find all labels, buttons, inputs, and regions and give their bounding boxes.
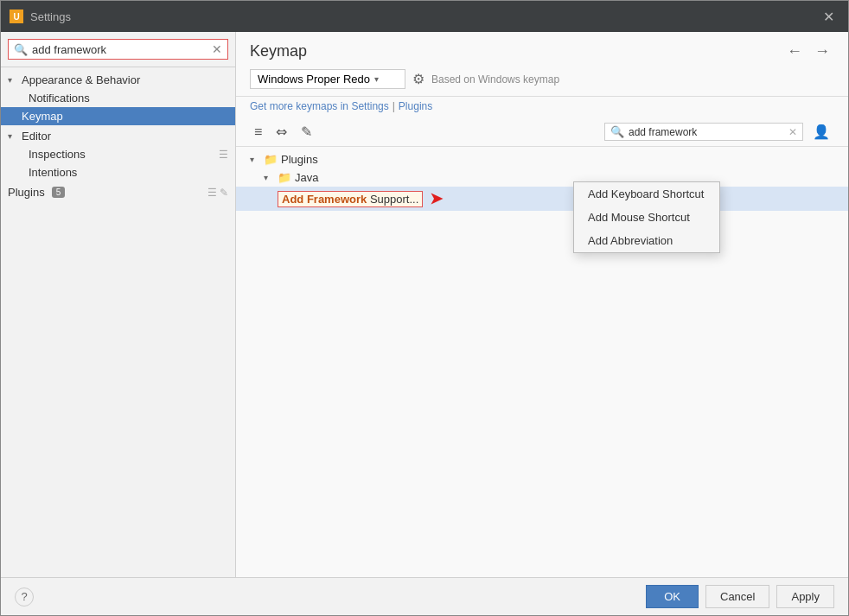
keymap-based-on-label: Based on Windows keymap (431, 73, 559, 86)
arrow-icon: ➤ (430, 189, 443, 208)
sidebar-group-editor: ▾ Editor Inspections ☰ Intentions (1, 127, 235, 181)
sidebar-group-appearance-header[interactable]: ▾ Appearance & Behavior (1, 71, 235, 89)
keymap-toolbar: ≡ ⇔ ✎ 🔍 ✕ 👤 (236, 117, 848, 147)
sidebar-item-notifications-label: Notifications (29, 92, 90, 105)
main-header: Keymap ← → (236, 32, 848, 62)
highlighted-action-item: Add Framework Support... (278, 191, 423, 207)
toolbar-filter-btn[interactable]: ⇔ (271, 121, 291, 143)
chevron-down-icon: ▾ (8, 75, 18, 85)
keymap-controls: Windows Proper Redo ▾ ⚙ Based on Windows… (236, 62, 848, 97)
plugins-link[interactable]: Plugins (399, 100, 432, 112)
sidebar-item-keymap[interactable]: Keymap (1, 107, 235, 125)
plugins-edit-icon: ✎ (220, 187, 228, 199)
sidebar-item-label: Appearance & Behavior (22, 73, 140, 86)
plugins-badge: 5 (52, 187, 66, 198)
keymap-dropdown[interactable]: Windows Proper Redo ▾ (250, 69, 405, 89)
sidebar-item-intentions-label: Intentions (29, 166, 77, 179)
tree-java-label: Java (295, 171, 318, 184)
main-panel: Keymap ← → Windows Proper Redo ▾ ⚙ Based… (236, 32, 848, 577)
bottom-bar: ? OK Cancel Apply (1, 577, 848, 615)
tree-row-plugins[interactable]: ▾ 📁 Plugins (236, 150, 848, 168)
tree-plugins-label: Plugins (281, 153, 318, 166)
folder-icon: 📁 (264, 153, 278, 166)
nav-forward-button[interactable]: → (810, 41, 834, 62)
get-more-keymaps-link[interactable]: Get more keymaps in Settings (250, 100, 389, 112)
sidebar-group-editor-label: Editor (22, 130, 51, 143)
sidebar-tree: ▾ Appearance & Behavior Notifications Ke… (1, 67, 235, 577)
toolbar-search-clear[interactable]: ✕ (788, 126, 797, 138)
folder-icon-java: 📁 (278, 171, 291, 184)
dialog-content: 🔍 ✕ ▾ Appearance & Behavior Notification… (1, 32, 848, 577)
sidebar-item-inspections[interactable]: Inspections ☰ (1, 145, 235, 163)
sidebar-search-input[interactable] (32, 43, 207, 56)
chevron-down-icon-plugins: ▾ (250, 155, 260, 164)
sidebar-search-bar: 🔍 ✕ (1, 32, 235, 67)
page-title: Keymap (250, 42, 307, 60)
sidebar: 🔍 ✕ ▾ Appearance & Behavior Notification… (1, 32, 236, 577)
item-rest-label: Support... (370, 193, 418, 206)
nav-back-button[interactable]: ← (782, 41, 807, 62)
toolbar-search-input[interactable] (629, 126, 784, 138)
keymap-dropdown-label: Windows Proper Redo (258, 73, 370, 86)
toolbar-search-icon: 🔍 (610, 125, 624, 138)
sidebar-group-editor-header[interactable]: ▾ Editor (1, 127, 235, 145)
sidebar-item-inspections-label: Inspections (29, 148, 86, 161)
sidebar-search-clear[interactable]: ✕ (212, 42, 222, 56)
keymap-tree: ▾ 📁 Plugins ▾ 📁 Java Add Framework Suppo… (236, 147, 848, 577)
chevron-down-icon-java: ▾ (264, 173, 274, 182)
links-separator: | (393, 100, 395, 112)
help-button[interactable]: ? (15, 587, 34, 606)
tree-row-add-framework[interactable]: Add Framework Support... ➤ (236, 187, 848, 211)
sidebar-search-wrap: 🔍 ✕ (8, 39, 228, 60)
tree-row-java[interactable]: ▾ 📁 Java (236, 168, 848, 187)
context-menu-item-mouse[interactable]: Add Mouse Shortcut (574, 206, 719, 229)
dialog-title: Settings (30, 10, 71, 23)
nav-arrows: ← → (782, 41, 834, 62)
chevron-down-icon: ▾ (374, 74, 379, 84)
sidebar-item-intentions[interactable]: Intentions (1, 163, 235, 181)
sidebar-item-keymap-label: Keymap (22, 110, 63, 123)
keymap-links: Get more keymaps in Settings | Plugins (236, 97, 848, 117)
toolbar-edit-btn[interactable]: ✎ (297, 121, 316, 143)
sidebar-item-notifications[interactable]: Notifications (1, 89, 235, 107)
inspections-list-icon: ☰ (219, 149, 228, 161)
plugins-list-icon: ☰ (207, 187, 217, 199)
close-button[interactable]: ✕ (818, 5, 839, 29)
plugins-icons: ☰ ✎ (207, 187, 228, 199)
cancel-button[interactable]: Cancel (705, 585, 769, 608)
apply-button[interactable]: Apply (776, 585, 834, 608)
toolbar-search-wrap: 🔍 ✕ (604, 123, 803, 141)
inspections-icons: ☰ (219, 149, 228, 161)
chevron-down-icon-editor: ▾ (8, 131, 18, 141)
toolbar-align-btn[interactable]: ≡ (250, 122, 266, 143)
settings-dialog: U Settings ✕ 🔍 ✕ ▾ Appearance & Behavior (0, 0, 849, 616)
ok-button[interactable]: OK (646, 585, 699, 608)
search-icon: 🔍 (14, 43, 28, 56)
sidebar-item-plugins[interactable]: Plugins 5 ☰ ✎ (1, 183, 235, 201)
app-icon: U (10, 10, 23, 23)
sidebar-group-appearance: ▾ Appearance & Behavior Notifications Ke… (1, 71, 235, 125)
context-menu-item-abbreviation[interactable]: Add Abbreviation (574, 229, 719, 252)
highlight-user-icon[interactable]: 👤 (808, 121, 834, 143)
context-menu-item-keyboard[interactable]: Add Keyboard Shortcut (574, 182, 719, 206)
gear-icon[interactable]: ⚙ (412, 71, 424, 87)
title-bar: U Settings ✕ (1, 1, 848, 32)
title-bar-left: U Settings (10, 10, 71, 23)
context-menu: Add Keyboard Shortcut Add Mouse Shortcut… (573, 181, 720, 253)
highlight-text: Add Framework (282, 193, 367, 206)
bottom-right-buttons: OK Cancel Apply (646, 585, 834, 608)
sidebar-item-plugins-label: Plugins (8, 186, 45, 199)
